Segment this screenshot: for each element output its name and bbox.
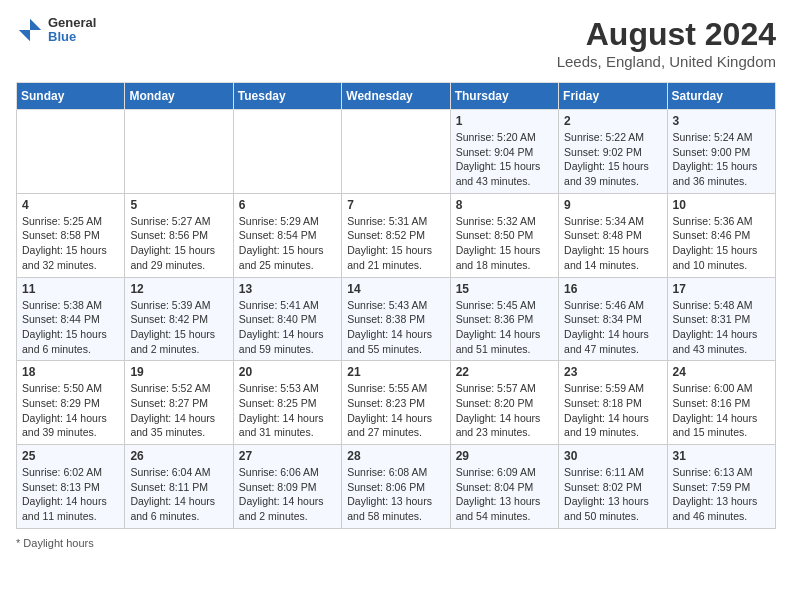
- day-number: 26: [130, 449, 227, 463]
- day-info: Sunrise: 5:53 AM Sunset: 8:25 PM Dayligh…: [239, 381, 336, 440]
- day-info: Sunrise: 5:48 AM Sunset: 8:31 PM Dayligh…: [673, 298, 770, 357]
- calendar-cell: 1Sunrise: 5:20 AM Sunset: 9:04 PM Daylig…: [450, 110, 558, 194]
- day-info: Sunrise: 6:06 AM Sunset: 8:09 PM Dayligh…: [239, 465, 336, 524]
- calendar-cell: [17, 110, 125, 194]
- day-info: Sunrise: 5:45 AM Sunset: 8:36 PM Dayligh…: [456, 298, 553, 357]
- day-info: Sunrise: 6:04 AM Sunset: 8:11 PM Dayligh…: [130, 465, 227, 524]
- day-number: 17: [673, 282, 770, 296]
- calendar-cell: 27Sunrise: 6:06 AM Sunset: 8:09 PM Dayli…: [233, 445, 341, 529]
- calendar-cell: 8Sunrise: 5:32 AM Sunset: 8:50 PM Daylig…: [450, 193, 558, 277]
- calendar-week-3: 11Sunrise: 5:38 AM Sunset: 8:44 PM Dayli…: [17, 277, 776, 361]
- calendar-cell: 22Sunrise: 5:57 AM Sunset: 8:20 PM Dayli…: [450, 361, 558, 445]
- title-area: August 2024 Leeds, England, United Kingd…: [557, 16, 776, 70]
- day-number: 3: [673, 114, 770, 128]
- svg-marker-0: [30, 19, 41, 30]
- calendar-cell: 24Sunrise: 6:00 AM Sunset: 8:16 PM Dayli…: [667, 361, 775, 445]
- day-info: Sunrise: 6:00 AM Sunset: 8:16 PM Dayligh…: [673, 381, 770, 440]
- calendar-cell: 9Sunrise: 5:34 AM Sunset: 8:48 PM Daylig…: [559, 193, 667, 277]
- calendar-cell: 12Sunrise: 5:39 AM Sunset: 8:42 PM Dayli…: [125, 277, 233, 361]
- day-number: 9: [564, 198, 661, 212]
- day-info: Sunrise: 5:24 AM Sunset: 9:00 PM Dayligh…: [673, 130, 770, 189]
- day-number: 6: [239, 198, 336, 212]
- col-tuesday: Tuesday: [233, 83, 341, 110]
- footer-note: * Daylight hours: [16, 537, 776, 549]
- day-number: 18: [22, 365, 119, 379]
- calendar-cell: 25Sunrise: 6:02 AM Sunset: 8:13 PM Dayli…: [17, 445, 125, 529]
- day-number: 20: [239, 365, 336, 379]
- day-info: Sunrise: 6:11 AM Sunset: 8:02 PM Dayligh…: [564, 465, 661, 524]
- day-number: 23: [564, 365, 661, 379]
- day-number: 1: [456, 114, 553, 128]
- calendar-cell: 30Sunrise: 6:11 AM Sunset: 8:02 PM Dayli…: [559, 445, 667, 529]
- day-number: 19: [130, 365, 227, 379]
- calendar-cell: 7Sunrise: 5:31 AM Sunset: 8:52 PM Daylig…: [342, 193, 450, 277]
- day-number: 7: [347, 198, 444, 212]
- calendar-header: Sunday Monday Tuesday Wednesday Thursday…: [17, 83, 776, 110]
- day-number: 21: [347, 365, 444, 379]
- day-info: Sunrise: 5:46 AM Sunset: 8:34 PM Dayligh…: [564, 298, 661, 357]
- calendar-cell: 5Sunrise: 5:27 AM Sunset: 8:56 PM Daylig…: [125, 193, 233, 277]
- day-number: 10: [673, 198, 770, 212]
- page-header: General Blue August 2024 Leeds, England,…: [16, 16, 776, 70]
- day-number: 16: [564, 282, 661, 296]
- day-number: 31: [673, 449, 770, 463]
- col-friday: Friday: [559, 83, 667, 110]
- day-info: Sunrise: 5:52 AM Sunset: 8:27 PM Dayligh…: [130, 381, 227, 440]
- day-info: Sunrise: 5:31 AM Sunset: 8:52 PM Dayligh…: [347, 214, 444, 273]
- day-info: Sunrise: 5:22 AM Sunset: 9:02 PM Dayligh…: [564, 130, 661, 189]
- page-title: August 2024: [557, 16, 776, 53]
- day-info: Sunrise: 5:36 AM Sunset: 8:46 PM Dayligh…: [673, 214, 770, 273]
- calendar-cell: 15Sunrise: 5:45 AM Sunset: 8:36 PM Dayli…: [450, 277, 558, 361]
- calendar-cell: 31Sunrise: 6:13 AM Sunset: 7:59 PM Dayli…: [667, 445, 775, 529]
- day-number: 25: [22, 449, 119, 463]
- day-info: Sunrise: 6:08 AM Sunset: 8:06 PM Dayligh…: [347, 465, 444, 524]
- calendar-cell: 2Sunrise: 5:22 AM Sunset: 9:02 PM Daylig…: [559, 110, 667, 194]
- calendar-cell: 23Sunrise: 5:59 AM Sunset: 8:18 PM Dayli…: [559, 361, 667, 445]
- svg-marker-1: [19, 30, 30, 41]
- day-info: Sunrise: 5:57 AM Sunset: 8:20 PM Dayligh…: [456, 381, 553, 440]
- day-info: Sunrise: 5:34 AM Sunset: 8:48 PM Dayligh…: [564, 214, 661, 273]
- calendar-cell: 28Sunrise: 6:08 AM Sunset: 8:06 PM Dayli…: [342, 445, 450, 529]
- calendar-cell: 18Sunrise: 5:50 AM Sunset: 8:29 PM Dayli…: [17, 361, 125, 445]
- logo-icon: [16, 16, 44, 44]
- calendar-cell: [233, 110, 341, 194]
- calendar-cell: [125, 110, 233, 194]
- day-number: 14: [347, 282, 444, 296]
- day-number: 5: [130, 198, 227, 212]
- day-info: Sunrise: 6:13 AM Sunset: 7:59 PM Dayligh…: [673, 465, 770, 524]
- calendar-week-2: 4Sunrise: 5:25 AM Sunset: 8:58 PM Daylig…: [17, 193, 776, 277]
- day-number: 8: [456, 198, 553, 212]
- calendar-cell: 29Sunrise: 6:09 AM Sunset: 8:04 PM Dayli…: [450, 445, 558, 529]
- calendar-cell: 13Sunrise: 5:41 AM Sunset: 8:40 PM Dayli…: [233, 277, 341, 361]
- calendar-body: 1Sunrise: 5:20 AM Sunset: 9:04 PM Daylig…: [17, 110, 776, 529]
- day-number: 2: [564, 114, 661, 128]
- day-number: 12: [130, 282, 227, 296]
- col-monday: Monday: [125, 83, 233, 110]
- day-info: Sunrise: 5:59 AM Sunset: 8:18 PM Dayligh…: [564, 381, 661, 440]
- calendar-cell: 26Sunrise: 6:04 AM Sunset: 8:11 PM Dayli…: [125, 445, 233, 529]
- calendar-cell: [342, 110, 450, 194]
- day-number: 27: [239, 449, 336, 463]
- calendar-week-4: 18Sunrise: 5:50 AM Sunset: 8:29 PM Dayli…: [17, 361, 776, 445]
- calendar-cell: 11Sunrise: 5:38 AM Sunset: 8:44 PM Dayli…: [17, 277, 125, 361]
- day-number: 24: [673, 365, 770, 379]
- day-info: Sunrise: 6:02 AM Sunset: 8:13 PM Dayligh…: [22, 465, 119, 524]
- calendar-cell: 3Sunrise: 5:24 AM Sunset: 9:00 PM Daylig…: [667, 110, 775, 194]
- day-info: Sunrise: 5:55 AM Sunset: 8:23 PM Dayligh…: [347, 381, 444, 440]
- day-number: 11: [22, 282, 119, 296]
- calendar-week-5: 25Sunrise: 6:02 AM Sunset: 8:13 PM Dayli…: [17, 445, 776, 529]
- col-saturday: Saturday: [667, 83, 775, 110]
- calendar-cell: 16Sunrise: 5:46 AM Sunset: 8:34 PM Dayli…: [559, 277, 667, 361]
- col-sunday: Sunday: [17, 83, 125, 110]
- logo: General Blue: [16, 16, 96, 45]
- day-info: Sunrise: 5:41 AM Sunset: 8:40 PM Dayligh…: [239, 298, 336, 357]
- logo-general: General: [48, 16, 96, 30]
- calendar-cell: 10Sunrise: 5:36 AM Sunset: 8:46 PM Dayli…: [667, 193, 775, 277]
- calendar-cell: 19Sunrise: 5:52 AM Sunset: 8:27 PM Dayli…: [125, 361, 233, 445]
- calendar-cell: 14Sunrise: 5:43 AM Sunset: 8:38 PM Dayli…: [342, 277, 450, 361]
- day-info: Sunrise: 5:39 AM Sunset: 8:42 PM Dayligh…: [130, 298, 227, 357]
- day-info: Sunrise: 5:25 AM Sunset: 8:58 PM Dayligh…: [22, 214, 119, 273]
- col-wednesday: Wednesday: [342, 83, 450, 110]
- page-subtitle: Leeds, England, United Kingdom: [557, 53, 776, 70]
- day-info: Sunrise: 5:43 AM Sunset: 8:38 PM Dayligh…: [347, 298, 444, 357]
